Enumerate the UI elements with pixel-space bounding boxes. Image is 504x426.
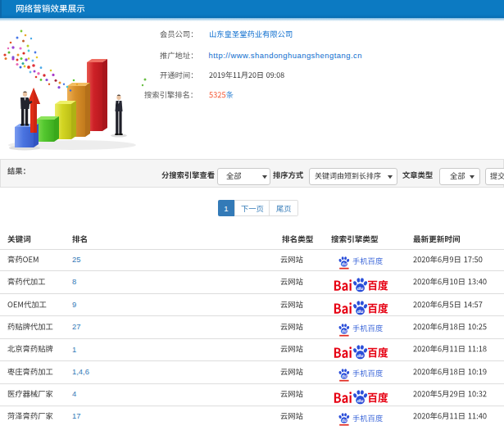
svg-text:du: du (356, 397, 363, 403)
svg-text:du: du (342, 329, 347, 333)
svg-text:du: du (342, 262, 347, 266)
svg-text:du: du (356, 308, 363, 314)
svg-text:du: du (356, 285, 363, 291)
svg-text:du: du (342, 374, 347, 378)
svg-text:du: du (342, 419, 347, 423)
svg-text:du: du (356, 352, 363, 358)
